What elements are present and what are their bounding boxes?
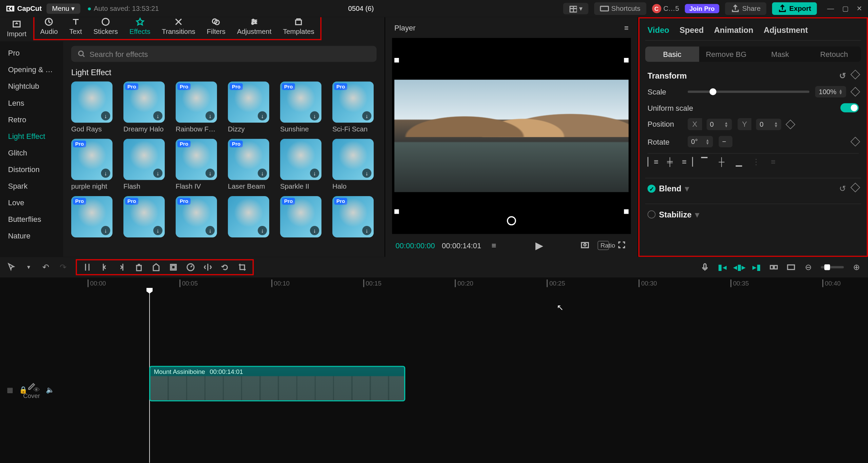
speed-button[interactable] [186, 262, 195, 272]
export-button[interactable]: Export [772, 2, 817, 15]
user-menu[interactable]: CC…5 [652, 4, 679, 13]
shortcuts-button[interactable]: Shortcuts [594, 2, 646, 15]
redo-button[interactable]: ↷ [59, 262, 68, 272]
link-on[interactable]: ▸▮ [752, 262, 761, 272]
search-input[interactable]: Search for effects [71, 46, 377, 62]
play-button[interactable]: ▶ [534, 239, 545, 252]
rotate-input[interactable]: 0°▲▼ [688, 136, 713, 147]
download-icon[interactable]: ↓ [258, 226, 267, 235]
track-button[interactable] [769, 262, 778, 272]
st-mask[interactable]: Mask [753, 46, 807, 62]
mirror-button[interactable] [203, 262, 212, 272]
scale-value[interactable]: 100%▲▼ [815, 86, 846, 98]
reset-icon[interactable]: ↺ [839, 71, 846, 80]
player-menu-icon[interactable]: ≡ [624, 23, 629, 32]
download-icon[interactable]: ↓ [362, 226, 371, 235]
download-icon[interactable]: ↓ [101, 169, 110, 178]
effect-thumb[interactable]: Pro↓ [123, 81, 165, 123]
effect-thumb[interactable]: Pro↓ [71, 139, 113, 180]
volume-bars-icon[interactable]: ≡ [488, 241, 500, 250]
effect-card[interactable]: ↓Halo [332, 139, 376, 190]
effect-thumb[interactable]: ↓ [71, 81, 113, 123]
download-icon[interactable]: ↓ [258, 169, 267, 178]
resize-handle[interactable] [394, 209, 399, 214]
effect-card[interactable]: Pro↓Flash IV [176, 139, 220, 190]
rotate-handle[interactable] [507, 216, 516, 225]
join-pro-button[interactable]: Join Pro [685, 4, 719, 13]
resize-handle[interactable] [624, 58, 629, 63]
align-left[interactable]: ▏≡ [648, 157, 658, 166]
select-tool[interactable] [7, 262, 16, 272]
zoom-in[interactable]: ⊕ [852, 262, 861, 272]
ratio-button[interactable]: Ratio [597, 241, 609, 250]
effect-card[interactable]: Pro↓purple night [71, 139, 115, 190]
timeline-tracks[interactable]: Mount Assiniboine 00:00:14:01 ↖ [63, 291, 868, 463]
freeze-button[interactable] [169, 262, 178, 272]
rt-video[interactable]: Video [648, 25, 669, 34]
resize-handle[interactable] [624, 209, 629, 214]
rotate-reset[interactable]: − [719, 136, 733, 147]
download-icon[interactable]: ↓ [101, 226, 110, 235]
video-clip[interactable]: Mount Assiniboine 00:00:14:01 [149, 366, 405, 401]
download-icon[interactable]: ↓ [153, 111, 162, 120]
effect-thumb[interactable]: Pro↓ [176, 139, 217, 180]
effect-card[interactable]: Pro↓Rainbow Flash [176, 81, 220, 133]
effect-card[interactable]: Pro↓Sci-Fi Scan [332, 81, 376, 133]
tab-filters[interactable]: Filters [201, 15, 231, 39]
tab-audio[interactable]: Audio [35, 15, 64, 39]
download-icon[interactable]: ↓ [153, 226, 162, 235]
tab-adjustment[interactable]: Adjustment [231, 15, 277, 39]
blend-checkbox[interactable]: ✓ [648, 185, 656, 193]
delete-button[interactable] [134, 262, 143, 272]
download-icon[interactable]: ↓ [205, 169, 215, 178]
align-hcenter[interactable]: ╪ [665, 157, 675, 166]
tab-effects[interactable]: Effects [124, 15, 156, 39]
effect-thumb[interactable]: Pro↓ [332, 81, 374, 123]
mute-icon[interactable]: 🔈 [46, 386, 54, 394]
rt-adjustment[interactable]: Adjustment [764, 25, 808, 34]
download-icon[interactable]: ↓ [205, 226, 215, 235]
download-icon[interactable]: ↓ [153, 169, 162, 178]
effect-thumb[interactable]: Pro↓ [332, 196, 374, 237]
stabilize-section[interactable]: Stabilize ▾ [645, 204, 861, 225]
zoom-slider[interactable] [821, 266, 844, 269]
eye-icon[interactable]: 👁 [33, 386, 40, 394]
magnet-on[interactable]: ▮◂ [717, 262, 727, 272]
effect-thumb[interactable]: Pro↓ [280, 81, 321, 123]
download-icon[interactable]: ↓ [362, 111, 371, 120]
effect-card[interactable]: Pro↓ [123, 196, 167, 240]
effect-card[interactable]: ↓Sparkle II [280, 139, 324, 190]
tab-import[interactable]: Import [0, 17, 33, 41]
zoom-out[interactable]: ⊖ [804, 262, 813, 272]
align-vcenter[interactable]: ┼ [716, 157, 727, 166]
st-retouch[interactable]: Retouch [807, 46, 861, 62]
position-y-input[interactable]: 0▲▼ [756, 119, 781, 130]
effect-thumb[interactable]: ↓ [123, 139, 165, 180]
effect-card[interactable]: Pro↓ [280, 196, 324, 240]
effect-thumb[interactable]: ↓ [280, 139, 321, 180]
effect-thumb[interactable]: Pro↓ [228, 139, 269, 180]
split-button[interactable] [83, 262, 92, 272]
effect-card[interactable]: Pro↓ [332, 196, 376, 240]
close-button[interactable]: ✕ [856, 5, 862, 13]
effect-thumb[interactable]: Pro↓ [123, 196, 165, 237]
download-icon[interactable]: ↓ [258, 111, 267, 120]
video-frame[interactable] [394, 58, 629, 214]
effect-card[interactable]: ↓ [228, 196, 272, 240]
effect-thumb[interactable]: ↓ [332, 139, 374, 180]
scale-slider[interactable] [688, 90, 810, 93]
reset-icon[interactable]: ↺ [839, 184, 846, 193]
player-view[interactable] [392, 38, 631, 234]
effect-card[interactable]: Pro↓Laser Beam [228, 139, 272, 190]
preview-button[interactable] [786, 262, 795, 272]
mic-button[interactable] [700, 262, 709, 272]
download-icon[interactable]: ↓ [310, 111, 319, 120]
maximize-button[interactable]: ▢ [842, 5, 849, 13]
effect-thumb[interactable]: Pro↓ [280, 196, 321, 237]
select-dropdown[interactable]: ▼ [24, 264, 33, 270]
tab-stickers[interactable]: Stickers [88, 15, 124, 39]
effect-thumb[interactable]: Pro↓ [71, 196, 113, 237]
align-top[interactable]: ▔ [699, 157, 709, 166]
undo-button[interactable]: ↶ [41, 262, 51, 272]
effect-card[interactable]: Pro↓Dizzy [228, 81, 272, 133]
